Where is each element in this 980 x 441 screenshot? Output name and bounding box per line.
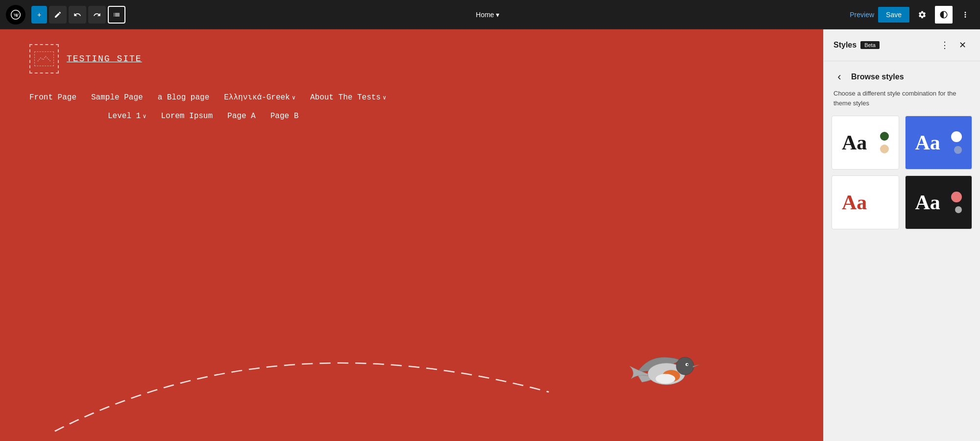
panel-title: Styles bbox=[833, 41, 857, 49]
nav-item-level1[interactable]: Level 1 ∨ bbox=[108, 112, 146, 121]
save-button[interactable]: Save bbox=[878, 7, 909, 23]
logo-placeholder-inner bbox=[34, 51, 54, 66]
page-title-chevron: ▾ bbox=[496, 11, 499, 19]
nav-item-lorem-ipsum[interactable]: Lorem Ipsum bbox=[161, 112, 213, 121]
nav-item-label: Page B bbox=[270, 112, 299, 121]
add-block-button[interactable]: + bbox=[31, 6, 47, 24]
bird-svg bbox=[627, 345, 706, 399]
wp-logo[interactable] bbox=[6, 5, 25, 24]
nav-menu-row1: Front Page Sample Page a Blog page Ελλην… bbox=[29, 93, 794, 102]
browse-styles-header: ‹ Browse styles bbox=[824, 61, 980, 89]
style-dot-secondary bbox=[880, 145, 889, 153]
panel-close-icon: ✕ bbox=[959, 40, 966, 50]
style-card-blue[interactable]: Aa bbox=[905, 116, 973, 170]
contrast-icon bbox=[939, 10, 948, 19]
nav-item-label: Lorem Ipsum bbox=[161, 112, 213, 121]
nav-item-chevron: ∨ bbox=[292, 94, 295, 101]
style-aa-pink: Aa bbox=[842, 191, 867, 214]
panel-more-button[interactable]: ⋮ bbox=[937, 37, 953, 53]
settings-button[interactable] bbox=[913, 6, 931, 24]
nav-item-page-a[interactable]: Page A bbox=[227, 112, 256, 121]
beta-badge: Beta bbox=[860, 41, 880, 49]
style-aa-dark: Aa bbox=[915, 191, 940, 214]
panel-close-button[interactable]: ✕ bbox=[955, 37, 970, 53]
nav-item-blog-page[interactable]: a Blog page bbox=[158, 93, 210, 102]
logo-image-placeholder bbox=[37, 54, 51, 64]
nav-item-sample-page[interactable]: Sample Page bbox=[91, 93, 143, 102]
nav-item-about-tests[interactable]: About The Tests ∨ bbox=[310, 93, 386, 102]
page-title-text: Home bbox=[476, 11, 494, 19]
bird-illustration bbox=[627, 345, 706, 402]
pencil-icon bbox=[54, 11, 62, 19]
nav-item-label: Front Page bbox=[29, 93, 76, 102]
undo-icon bbox=[74, 11, 81, 19]
style-dot-primary bbox=[951, 131, 962, 142]
list-view-button[interactable] bbox=[108, 6, 125, 24]
nav-item-chevron: ∨ bbox=[143, 113, 146, 120]
main-area: TESTING SITE Front Page Sample Page a Bl… bbox=[0, 29, 980, 441]
toolbar: + Home ▾ Preview Save bbox=[0, 0, 980, 29]
svg-point-3 bbox=[687, 364, 688, 366]
preview-button[interactable]: Preview bbox=[850, 11, 874, 19]
style-aa-blue: Aa bbox=[915, 131, 940, 154]
page-title-area: Home ▾ bbox=[127, 11, 848, 19]
nav-item-page-b[interactable]: Page B bbox=[270, 112, 299, 121]
nav-item-chevron: ∨ bbox=[383, 94, 386, 101]
toolbar-right: Preview Save bbox=[850, 6, 974, 24]
undo-button[interactable] bbox=[69, 6, 86, 24]
style-dots-white bbox=[880, 132, 889, 153]
nav-item-front-page[interactable]: Front Page bbox=[29, 93, 76, 102]
style-dots-dark bbox=[951, 192, 962, 213]
panel-title-area: Styles Beta bbox=[833, 41, 880, 49]
redo-icon bbox=[93, 11, 101, 19]
style-dot-secondary bbox=[954, 146, 962, 154]
style-card-white[interactable]: Aa bbox=[832, 116, 899, 170]
panel-header: Styles Beta ⋮ ✕ bbox=[824, 29, 980, 61]
style-dot-primary bbox=[951, 192, 962, 202]
site-header: TESTING SITE Front Page Sample Page a Bl… bbox=[0, 29, 823, 130]
canvas: TESTING SITE Front Page Sample Page a Bl… bbox=[0, 29, 823, 441]
style-dot-secondary bbox=[955, 206, 962, 213]
svg-point-1 bbox=[676, 357, 694, 375]
nav-item-label: Level 1 bbox=[108, 112, 141, 121]
contrast-button[interactable] bbox=[935, 6, 953, 24]
panel-header-icons: ⋮ ✕ bbox=[937, 37, 970, 53]
more-icon bbox=[961, 10, 970, 19]
redo-button[interactable] bbox=[88, 6, 106, 24]
nav-item-greek[interactable]: Ελληνικά-Greek ∨ bbox=[224, 93, 295, 102]
style-card-dark[interactable]: Aa bbox=[905, 175, 973, 229]
styles-grid: Aa Aa Aa bbox=[824, 116, 980, 229]
panel-more-icon: ⋮ bbox=[940, 40, 949, 50]
nav-item-label: Sample Page bbox=[91, 93, 143, 102]
style-dots-blue bbox=[951, 131, 962, 154]
style-card-pink[interactable]: Aa bbox=[832, 175, 899, 229]
style-dot-primary bbox=[880, 132, 889, 141]
svg-point-5 bbox=[656, 374, 675, 384]
logo-placeholder bbox=[29, 44, 59, 74]
nav-menu-row2: Level 1 ∨ Lorem Ipsum Page A Page B bbox=[29, 112, 794, 121]
back-icon: ‹ bbox=[837, 71, 841, 83]
wordpress-icon bbox=[10, 9, 22, 21]
styles-panel: Styles Beta ⋮ ✕ ‹ Browse styles Choose a… bbox=[823, 29, 980, 441]
browse-description: Choose a different style combination for… bbox=[824, 89, 980, 116]
nav-item-label: a Blog page bbox=[158, 93, 210, 102]
back-button[interactable]: ‹ bbox=[832, 69, 847, 85]
page-title-button[interactable]: Home ▾ bbox=[476, 11, 499, 19]
list-icon bbox=[113, 11, 121, 19]
browse-styles-title: Browse styles bbox=[851, 73, 904, 81]
nav-item-label: Page A bbox=[227, 112, 256, 121]
edit-button[interactable] bbox=[49, 6, 67, 24]
site-logo-area: TESTING SITE bbox=[29, 44, 794, 74]
nav-item-label: Ελληνικά-Greek bbox=[224, 93, 290, 102]
style-aa-white: Aa bbox=[842, 131, 867, 154]
more-options-button[interactable] bbox=[956, 6, 974, 24]
site-title: TESTING SITE bbox=[67, 54, 142, 64]
nav-item-label: About The Tests bbox=[310, 93, 381, 102]
settings-icon bbox=[918, 10, 927, 19]
